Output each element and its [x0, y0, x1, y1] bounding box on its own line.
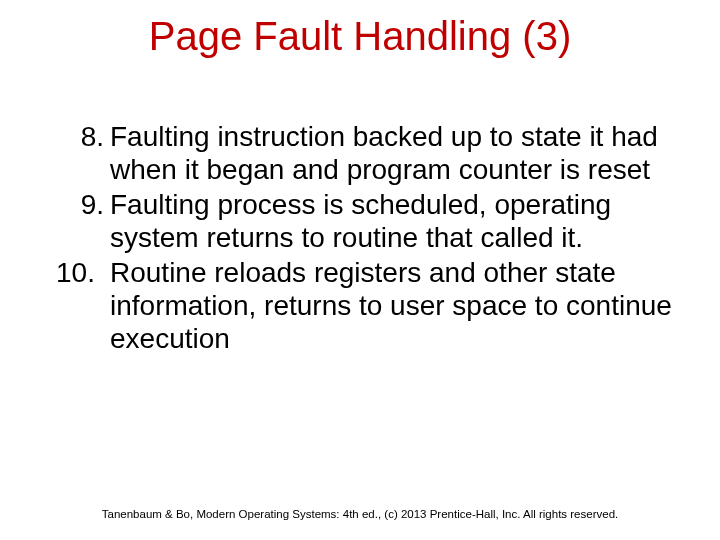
list-number: 9.	[56, 188, 110, 221]
slide-body: 8. Faulting instruction backed up to sta…	[56, 120, 676, 357]
list-text: Faulting process is scheduled, operating…	[110, 188, 676, 254]
list-number: 10.	[56, 256, 110, 289]
list-item: 9. Faulting process is scheduled, operat…	[56, 188, 676, 254]
list-text: Faulting instruction backed up to state …	[110, 120, 676, 186]
list-number: 8.	[56, 120, 110, 153]
slide: Page Fault Handling (3) 8. Faulting inst…	[0, 0, 720, 540]
slide-title: Page Fault Handling (3)	[0, 14, 720, 59]
list-text: Routine reloads registers and other stat…	[110, 256, 676, 355]
list-item: 10. Routine reloads registers and other …	[56, 256, 676, 355]
list-item: 8. Faulting instruction backed up to sta…	[56, 120, 676, 186]
slide-footer: Tanenbaum & Bo, Modern Operating Systems…	[0, 508, 720, 520]
